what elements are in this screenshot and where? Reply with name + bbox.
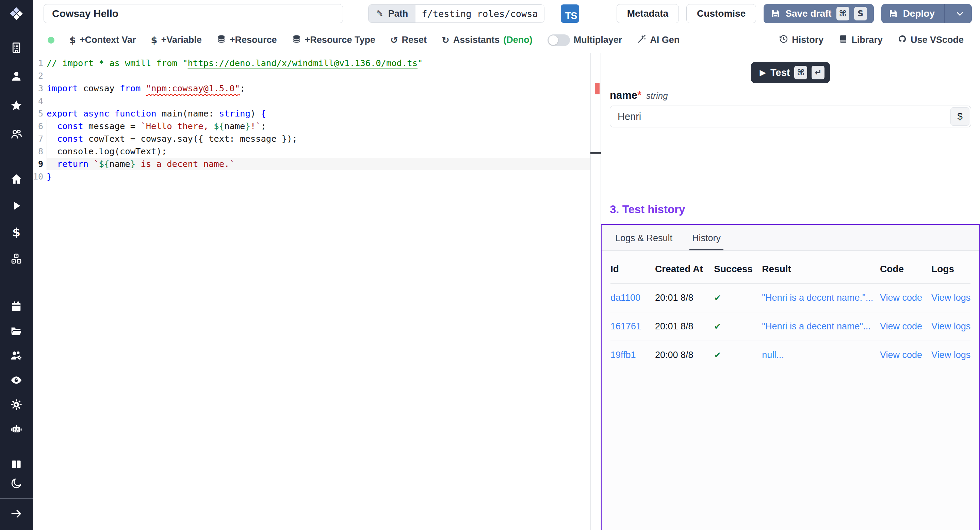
add-resource-type-button[interactable]: +Resource Type [292,34,375,46]
line-number: 1 [33,57,47,69]
building-icon[interactable] [9,40,24,55]
cursor-marker [590,152,601,154]
multiplayer-toggle[interactable] [547,34,570,46]
result-link[interactable]: null... [762,350,784,360]
dark-mode-moon-icon[interactable] [9,476,24,491]
line-number: 7 [33,132,47,145]
multiplayer-label: Multiplayer [574,35,622,45]
code-line[interactable]: 2 [33,69,601,82]
collapse-arrow-right-icon[interactable] [9,506,24,521]
code-link[interactable]: View code [880,321,922,331]
run-panel: ▶ Test ⌘ ↵ name* string $ 3. Test histor… [601,53,980,530]
customise-button[interactable]: Customise [686,4,756,23]
logs-link[interactable]: View logs [931,292,970,303]
cmd-key-badge: ⌘ [794,66,807,79]
history-row: 19ffb120:00 8/8✔null...View codeView log… [611,341,970,370]
created-at-cell: 20:00 8/8 [655,341,714,370]
path-label: Path [388,8,408,19]
user-icon[interactable] [9,69,24,84]
deploy-button[interactable]: Deploy [881,4,972,23]
result-link[interactable]: "Henri is a decent name."... [762,292,873,303]
star-icon[interactable] [9,98,24,113]
tab-history[interactable]: History [692,225,721,251]
chevron-down-icon[interactable] [955,8,965,19]
docs-book-open-icon[interactable] [9,457,24,472]
code-line[interactable]: 7 const cowText = cowsay.say({ text: mes… [33,132,601,145]
line-number: 8 [33,145,47,158]
test-button[interactable]: ▶ Test ⌘ ↵ [751,62,830,83]
sidebar-divider [0,498,33,499]
users-icon[interactable] [9,127,24,142]
path-button[interactable]: ✎ Path f/testing_roles/cowsa [368,5,544,23]
groups-users-cog-icon[interactable] [9,348,24,363]
history-table-body: da110020:01 8/8✔"Henri is a decent name.… [611,284,970,370]
cmd-key-badge: ⌘ [837,7,850,21]
line-number: 10 [33,170,47,183]
settings-gear-icon[interactable] [9,397,24,412]
save-draft-button[interactable]: Save draft ⌘ S [764,4,873,23]
id-link[interactable]: da1100 [611,292,640,303]
code-line[interactable]: 5export async function main(name: string… [33,107,601,120]
history-tab-bar: Logs & Result History [601,225,979,251]
deploy-floppy-icon [888,8,898,19]
code-line[interactable]: 9 return `${name} is a decent name.` [33,158,601,170]
history-button[interactable]: History [779,34,824,46]
code-line[interactable]: 1// import * as wmill from "https://deno… [33,57,601,69]
windmill-logo[interactable] [0,0,33,27]
logs-link[interactable]: View logs [931,321,970,331]
schedules-calendar-icon[interactable] [9,299,24,314]
id-link[interactable]: 161761 [611,321,641,331]
s-key-badge: S [854,7,867,21]
created-at-cell: 20:01 8/8 [655,312,714,341]
workers-robot-icon[interactable] [9,422,24,437]
assistants-language: (Deno) [503,35,532,45]
test-history-panel: Logs & Result History Id Created At Succ… [601,224,980,530]
home-icon[interactable] [9,172,24,187]
line-number: 6 [33,120,47,132]
use-vscode-button[interactable]: Use VScode [898,34,964,46]
code-link[interactable]: View code [880,292,922,303]
runs-play-icon[interactable] [9,198,24,213]
line-number: 2 [33,69,47,82]
add-context-var-button[interactable]: $ +Context Var [69,35,136,45]
variables-dollar-icon[interactable]: $ [9,225,24,240]
success-check-icon: ✔ [714,293,721,303]
history-table: Id Created At Success Result Code Logs d… [611,263,970,369]
add-resource-button[interactable]: +Resource [217,34,277,46]
history-row: 16176120:01 8/8✔"Henri is a decent name"… [611,312,970,341]
logs-link[interactable]: View logs [931,350,970,360]
code-editor[interactable]: 1// import * as wmill from "https://deno… [33,53,601,530]
line-number: 4 [33,95,47,107]
audit-eye-icon[interactable] [9,373,24,388]
argument-type: string [646,91,668,101]
id-link[interactable]: 19ffb1 [611,350,636,360]
save-floppy-icon [770,8,781,19]
assistants-button[interactable]: ↻ Assistants (Deno) [442,35,533,45]
reset-icon: ↺ [390,35,398,45]
code-line[interactable]: 10} [33,170,601,183]
argument-label-row: name* string [601,83,980,105]
resources-boxes-icon[interactable] [9,251,24,267]
refresh-icon: ↻ [442,35,450,45]
code-line[interactable]: 3import cowsay from "npm:cowsay@1.5.0"; [33,82,601,95]
code-link[interactable]: View code [880,350,922,360]
code-line[interactable]: 4 [33,95,601,107]
add-variable-button[interactable]: $ +Variable [151,35,202,45]
reset-button[interactable]: ↺ Reset [390,35,427,45]
script-title-input[interactable] [43,4,343,23]
argument-name: name [610,89,637,101]
dollar-icon: $ [151,35,158,45]
name-argument-input[interactable] [610,105,971,128]
code-line[interactable]: 8 console.log(cowText); [33,145,601,158]
folder-open-icon[interactable] [9,324,24,338]
metadata-button[interactable]: Metadata [617,4,679,23]
code-line[interactable]: 6 const message = `Hello there, ${name}!… [33,120,601,132]
ai-gen-button[interactable]: AI Gen [637,34,679,46]
history-row: da110020:01 8/8✔"Henri is a decent name.… [611,284,970,312]
deploy-separator [944,4,945,23]
library-button[interactable]: Library [838,34,883,46]
variable-picker-button[interactable]: $ [950,107,969,126]
multiplayer-toggle-group: Multiplayer [547,34,622,46]
result-link[interactable]: "Henri is a decent name"... [762,321,870,331]
tab-logs-result[interactable]: Logs & Result [615,225,672,251]
